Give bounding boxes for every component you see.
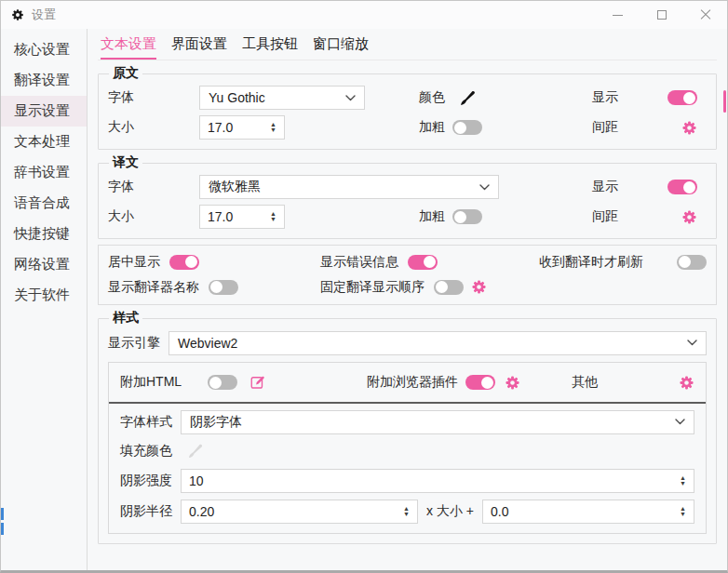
show-translator-name-option: 显示翻译器名称 — [108, 274, 320, 300]
display-options-group: 居中显示 显示错误信息 收到翻译时才刷新 显示翻译器名称 — [98, 245, 717, 305]
source-bold-label: 加粗 — [419, 119, 452, 136]
translation-spacing-gear-icon[interactable] — [681, 209, 697, 225]
browser-plugin-toggle[interactable] — [465, 375, 495, 390]
sidebar-item-speech-synthesis[interactable]: 语音合成 — [1, 188, 87, 219]
sidebar-item-network-settings[interactable]: 网络设置 — [1, 249, 87, 280]
attach-html-label: 附加HTML — [120, 374, 182, 391]
source-spacing-label: 间距 — [592, 119, 633, 136]
spin-down-icon[interactable]: ▼ — [270, 217, 276, 222]
translation-spacing-label: 间距 — [592, 208, 633, 225]
show-error-toggle[interactable] — [408, 255, 438, 270]
spin-down-icon[interactable]: ▼ — [680, 512, 686, 517]
spin-down-icon[interactable]: ▼ — [680, 481, 686, 486]
translation-size-value: 17.0 — [208, 209, 233, 224]
translation-bold-toggle[interactable] — [452, 209, 482, 224]
attach-html-toggle[interactable] — [208, 375, 237, 390]
browser-plugin-option: 附加浏览器插件 — [367, 374, 520, 391]
maximize-button[interactable] — [640, 1, 683, 29]
sidebar-item-translation-settings[interactable]: 翻译设置 — [1, 65, 87, 96]
titlebar: 设置 — [1, 1, 727, 29]
other-gear-icon[interactable] — [679, 375, 694, 391]
source-show-label: 显示 — [592, 89, 633, 106]
source-bold-toggle[interactable] — [452, 120, 482, 135]
source-color-brush-icon[interactable] — [458, 88, 508, 108]
source-font-value: Yu Gothic — [209, 90, 265, 105]
refresh-on-receive-toggle[interactable] — [677, 255, 707, 270]
settings-window: 设置 核心设置 翻译设置 显示设置 文本处理 辞书设置 语音合成 快捷按键 网络… — [0, 0, 728, 573]
webview-style-panel: 附加HTML 附加浏览器插件 — [108, 362, 707, 534]
tab-window-zoom[interactable]: 窗口缩放 — [313, 35, 369, 60]
sidebar-item-about[interactable]: 关于软件 — [1, 280, 87, 311]
content-scrollbar-thumb[interactable] — [723, 90, 726, 113]
sidebar-item-dictionary-settings[interactable]: 辞书设置 — [1, 157, 87, 188]
shadow-radius-value: 0.20 — [189, 504, 214, 519]
source-size-value: 17.0 — [208, 120, 233, 135]
left-scrollbar-thumb[interactable] — [1, 508, 4, 520]
spin-down-icon[interactable]: ▼ — [403, 512, 410, 517]
translation-font-select[interactable]: 微软雅黑 — [199, 175, 499, 199]
translation-font-value: 微软雅黑 — [209, 179, 261, 195]
close-icon — [700, 9, 711, 20]
tab-tool-buttons[interactable]: 工具按钮 — [242, 35, 298, 60]
refresh-on-receive-option: 收到翻译时才刷新 — [539, 249, 707, 274]
browser-plugin-label: 附加浏览器插件 — [367, 374, 458, 391]
fixed-order-toggle[interactable] — [434, 280, 464, 295]
fill-color-brush-icon — [186, 442, 205, 460]
translation-row-2: 大小 17.0 ▲▼ 加粗 间距 — [108, 203, 707, 231]
display-engine-label: 显示引擎 — [108, 335, 160, 352]
chevron-down-icon — [340, 95, 356, 101]
minimize-icon — [613, 15, 623, 16]
chevron-down-icon — [681, 340, 697, 346]
sidebar-item-hotkeys[interactable]: 快捷按键 — [1, 219, 87, 249]
sidebar: 核心设置 翻译设置 显示设置 文本处理 辞书设置 语音合成 快捷按键 网络设置 … — [1, 29, 88, 570]
browser-plugin-gear-icon[interactable] — [505, 375, 520, 391]
fill-color-label: 填充颜色 — [120, 443, 172, 460]
show-translator-name-toggle[interactable] — [209, 280, 238, 295]
sidebar-item-display-settings[interactable]: 显示设置 — [1, 96, 87, 127]
fixed-order-label: 固定翻译显示顺序 — [320, 279, 425, 296]
center-display-toggle[interactable] — [169, 255, 199, 270]
attach-html-edit-icon[interactable] — [249, 374, 266, 391]
fixed-order-option: 固定翻译显示顺序 — [320, 274, 539, 300]
shadow-strength-row: 阴影强度 10 ▲▼ — [120, 468, 694, 493]
left-scrollbar-thumb[interactable] — [1, 523, 4, 535]
translation-show-toggle[interactable] — [667, 180, 697, 194]
translation-group-legend: 译文 — [109, 154, 142, 171]
font-style-label: 字体样式 — [120, 414, 172, 431]
shadow-radius-row: 阴影半径 0.20 ▲▼ x 大小 + 0.0 ▲▼ — [120, 499, 694, 524]
source-show-toggle[interactable] — [667, 90, 697, 105]
fixed-order-gear-icon[interactable] — [471, 279, 487, 295]
close-button[interactable] — [683, 1, 727, 29]
shadow-radius-spinner[interactable]: 0.20 ▲▼ — [181, 500, 418, 524]
translation-row-1: 字体 微软雅黑 显示 — [108, 173, 707, 201]
other-option: 其他 — [572, 374, 694, 391]
maximize-icon — [657, 10, 667, 20]
tab-interface-settings[interactable]: 界面设置 — [171, 35, 227, 60]
shadow-strength-label: 阴影强度 — [120, 473, 172, 489]
sidebar-item-core-settings[interactable]: 核心设置 — [1, 34, 87, 65]
minimize-button[interactable] — [596, 1, 640, 29]
window-title: 设置 — [32, 7, 56, 23]
source-size-spinner[interactable]: 17.0 ▲▼ — [199, 115, 285, 140]
options-grid: 居中显示 显示错误信息 收到翻译时才刷新 显示翻译器名称 — [108, 249, 707, 300]
center-display-option: 居中显示 — [108, 249, 320, 274]
source-font-label: 字体 — [108, 89, 199, 106]
font-style-value: 阴影字体 — [190, 414, 242, 431]
style-group: 样式 显示引擎 Webview2 附加HTML — [98, 310, 717, 544]
shadow-strength-spinner[interactable]: 10 ▲▼ — [181, 469, 694, 493]
source-color-label: 颜色 — [419, 89, 452, 106]
style-group-legend: 样式 — [109, 310, 142, 326]
size-plus-spinner[interactable]: 0.0 ▲▼ — [482, 500, 694, 524]
font-style-select[interactable]: 阴影字体 — [181, 410, 694, 434]
engine-row: 显示引擎 Webview2 — [108, 329, 707, 356]
source-font-select[interactable]: Yu Gothic — [199, 86, 365, 110]
source-spacing-gear-icon[interactable] — [681, 120, 697, 136]
tab-text-settings[interactable]: 文本设置 — [101, 35, 156, 60]
spin-down-icon[interactable]: ▼ — [270, 127, 276, 133]
source-text-group: 原文 字体 Yu Gothic 颜色 显示 — [98, 65, 717, 150]
content-panel: 文本设置 界面设置 工具按钮 窗口缩放 原文 字体 Yu Gothic 颜色 — [88, 29, 727, 570]
source-row-1: 字体 Yu Gothic 颜色 显示 — [108, 84, 707, 112]
sidebar-item-text-processing[interactable]: 文本处理 — [1, 127, 87, 157]
display-engine-select[interactable]: Webview2 — [169, 331, 707, 355]
translation-size-spinner[interactable]: 17.0 ▲▼ — [199, 205, 285, 229]
